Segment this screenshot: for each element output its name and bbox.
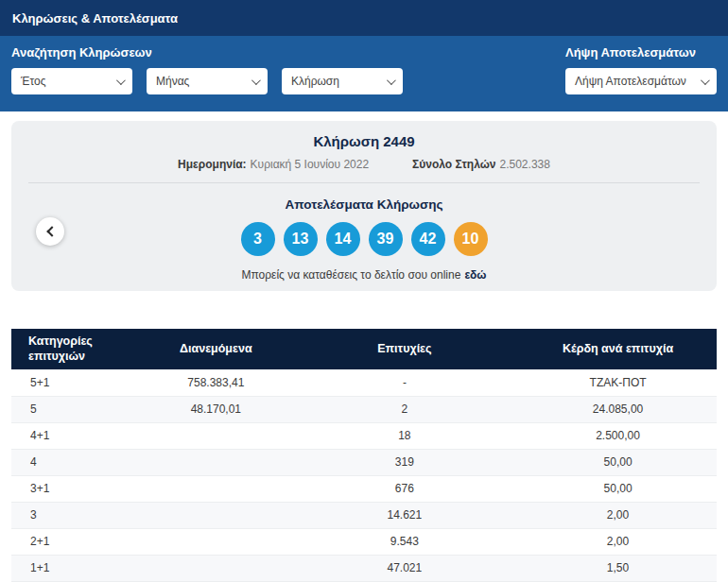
table-header-row: Κατηγορίες επιτυχιών Διανεμόμενα Επιτυχί… bbox=[11, 329, 717, 369]
page-header: Κληρώσεις & Αποτελέσματα bbox=[0, 0, 728, 36]
download-results: Λήψη Αποτελεσμάτων Λήψη Αποτελεσμάτων bbox=[565, 45, 717, 111]
table-row: 548.170,01224.085,00 bbox=[11, 396, 717, 422]
search-section: Αναζήτηση Κληρώσεων Έτος Μήνας Κλήρωση Λ… bbox=[0, 36, 728, 111]
search-title: Αναζήτηση Κληρώσεων bbox=[11, 45, 403, 60]
draw-title: Κλήρωση 2449 bbox=[28, 133, 700, 149]
table-cell bbox=[142, 528, 290, 555]
year-select-value: Έτος bbox=[21, 75, 45, 88]
year-select[interactable]: Έτος bbox=[11, 68, 132, 94]
draw-card: Κλήρωση 2449 Ημερομηνία:Κυριακή 5 Ιουνίο… bbox=[11, 121, 717, 291]
table-row: 431950,00 bbox=[11, 449, 717, 475]
chevron-left-icon bbox=[46, 226, 57, 236]
table-cell: 4+1 bbox=[11, 422, 142, 449]
table-cell: 676 bbox=[290, 475, 519, 502]
download-select-value: Λήψη Αποτελεσμάτων bbox=[575, 75, 686, 88]
search-left: Αναζήτηση Κληρώσεων Έτος Μήνας Κλήρωση bbox=[11, 45, 403, 111]
number-ball: 3 bbox=[241, 222, 275, 256]
table-cell: 2,00 bbox=[519, 502, 717, 528]
results-table: Κατηγορίες επιτυχιών Διανεμόμενα Επιτυχί… bbox=[11, 329, 717, 582]
draw-columns: Σύνολο Στηλών2.502.338 bbox=[412, 158, 550, 171]
month-select[interactable]: Μήνας bbox=[147, 68, 268, 94]
draw-columns-value: 2.502.338 bbox=[500, 158, 550, 171]
number-ball: 42 bbox=[411, 222, 445, 256]
draw-select-value: Κλήρωση bbox=[291, 75, 339, 88]
table-row: 3+167650,00 bbox=[11, 475, 717, 502]
table-cell: 5+1 bbox=[11, 369, 142, 396]
table-cell: 3+1 bbox=[11, 475, 142, 502]
table-cell: 319 bbox=[290, 449, 519, 475]
table-cell: 9.543 bbox=[290, 528, 519, 555]
column-header-wins: Επιτυχίες bbox=[290, 329, 519, 369]
column-header-categories: Κατηγορίες επιτυχιών bbox=[11, 329, 142, 369]
table-cell bbox=[142, 422, 290, 449]
table-row: 5+1758.383,41-ΤΖΑΚ-ΠΟΤ bbox=[11, 369, 717, 396]
table-row: 4+1182.500,00 bbox=[11, 422, 717, 449]
divider bbox=[28, 182, 700, 183]
table-cell: 18 bbox=[290, 422, 519, 449]
table-cell: 2+1 bbox=[11, 528, 142, 555]
table-cell: 48.170,01 bbox=[142, 396, 290, 422]
number-ball: 39 bbox=[369, 222, 403, 256]
table-cell bbox=[142, 449, 290, 475]
column-header-distributed: Διανεμόμενα bbox=[142, 329, 290, 369]
draw-date-label: Ημερομηνία: bbox=[178, 158, 247, 171]
table-cell: 14.621 bbox=[290, 502, 519, 528]
table-cell bbox=[142, 555, 290, 581]
table-cell: 2.500,00 bbox=[519, 422, 717, 449]
cta-link[interactable]: εδώ bbox=[464, 268, 486, 282]
table-cell: 4 bbox=[11, 449, 142, 475]
results-title: Αποτελέσματα Κλήρωσης bbox=[28, 197, 700, 212]
number-ball: 14 bbox=[326, 222, 360, 256]
draw-numbers: 31314394210 bbox=[28, 222, 700, 256]
table-cell bbox=[142, 502, 290, 528]
draw-meta: Ημερομηνία:Κυριακή 5 Ιουνίου 2022 Σύνολο… bbox=[28, 158, 700, 171]
table-cell: 758.383,41 bbox=[142, 369, 290, 396]
draw-date: Ημερομηνία:Κυριακή 5 Ιουνίου 2022 bbox=[178, 158, 369, 171]
table-row: 1+147.0211,50 bbox=[11, 555, 717, 581]
table-cell: 24.085,00 bbox=[519, 396, 717, 422]
chevron-down-icon bbox=[387, 76, 396, 85]
cta-label: Μπορείς να καταθέσεις το δελτίο σου onli… bbox=[241, 268, 460, 282]
previous-draw-button[interactable] bbox=[36, 217, 64, 246]
results-table-body: 5+1758.383,41-ΤΖΑΚ-ΠΟΤ548.170,01224.085,… bbox=[11, 369, 717, 581]
draw-date-value: Κυριακή 5 Ιουνίου 2022 bbox=[251, 158, 370, 171]
table-cell: 47.021 bbox=[290, 555, 519, 581]
table-cell: 2 bbox=[290, 396, 519, 422]
table-cell: 1+1 bbox=[11, 555, 142, 581]
column-header-prize: Κέρδη ανά επιτυχία bbox=[519, 329, 717, 369]
table-cell: ΤΖΑΚ-ΠΟΤ bbox=[519, 369, 717, 396]
chevron-down-icon bbox=[701, 76, 710, 85]
download-title: Λήψη Αποτελεσμάτων bbox=[565, 45, 717, 60]
table-cell: 3 bbox=[11, 502, 142, 528]
download-select[interactable]: Λήψη Αποτελεσμάτων bbox=[565, 68, 717, 94]
chevron-down-icon bbox=[116, 76, 126, 85]
month-select-value: Μήνας bbox=[156, 75, 189, 88]
draw-columns-label: Σύνολο Στηλών bbox=[412, 158, 495, 171]
search-selects: Έτος Μήνας Κλήρωση bbox=[11, 68, 403, 94]
joker-ball: 10 bbox=[454, 222, 488, 256]
table-cell: - bbox=[290, 369, 519, 396]
page-title: Κληρώσεις & Αποτελέσματα bbox=[12, 11, 178, 26]
table-cell bbox=[142, 475, 290, 502]
chevron-down-icon bbox=[251, 76, 261, 85]
table-cell: 50,00 bbox=[519, 475, 717, 502]
table-cell: 2,00 bbox=[519, 528, 717, 555]
table-row: 314.6212,00 bbox=[11, 502, 717, 528]
table-cell: 50,00 bbox=[519, 449, 717, 475]
cta-text: Μπορείς να καταθέσεις το δελτίο σου onli… bbox=[28, 268, 700, 282]
table-row: 2+19.5432,00 bbox=[11, 528, 717, 555]
table-cell: 1,50 bbox=[519, 555, 717, 581]
table-cell: 5 bbox=[11, 396, 142, 422]
number-ball: 13 bbox=[284, 222, 318, 256]
draw-select[interactable]: Κλήρωση bbox=[282, 68, 403, 94]
